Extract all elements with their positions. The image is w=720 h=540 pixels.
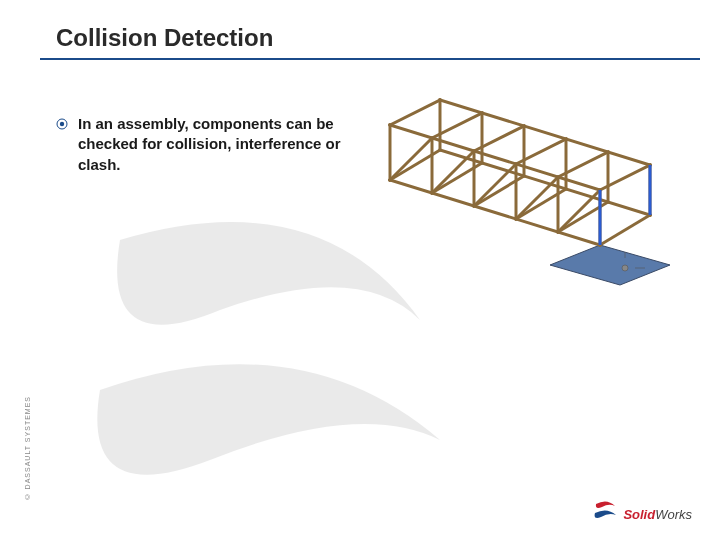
copyright-label: © DASSAULT SYSTEMES xyxy=(24,396,31,500)
bullet-text: In an assembly, components can be checke… xyxy=(78,114,356,175)
slide: Collision Detection In an assembly, comp… xyxy=(0,0,720,540)
svg-point-1 xyxy=(60,122,64,126)
svg-point-3 xyxy=(622,265,628,271)
footer-logo: SolidWorks xyxy=(593,498,692,522)
assembly-figure xyxy=(370,90,690,290)
title-underline xyxy=(40,58,700,60)
bullet-item: In an assembly, components can be checke… xyxy=(56,114,356,175)
ds-logo-icon xyxy=(593,498,617,522)
svg-line-30 xyxy=(600,215,650,245)
page-title: Collision Detection xyxy=(56,24,273,52)
footer-logo-text: SolidWorks xyxy=(623,507,692,522)
svg-line-8 xyxy=(390,125,600,190)
svg-line-11 xyxy=(390,100,440,125)
bullet-icon xyxy=(56,118,68,130)
svg-marker-2 xyxy=(550,245,670,285)
